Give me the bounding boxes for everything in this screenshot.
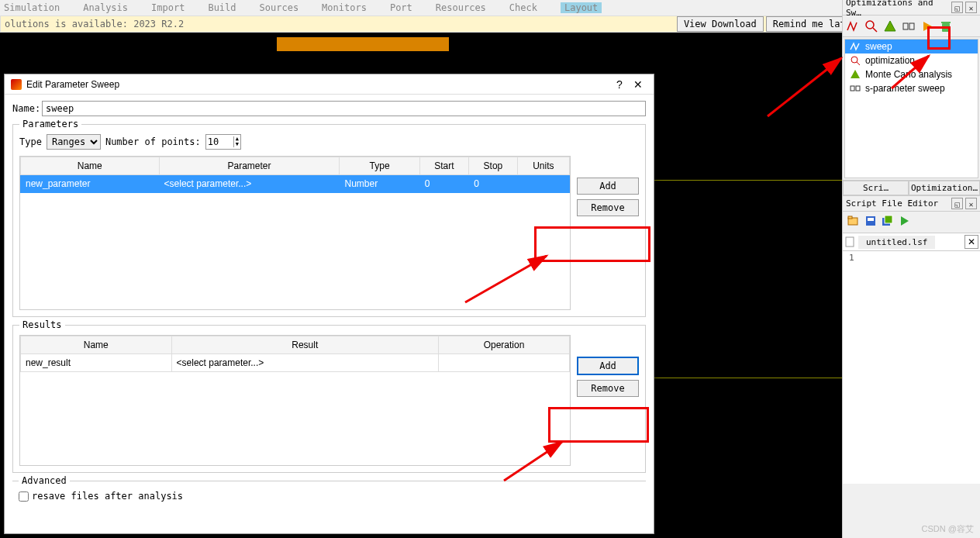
- menu-analysis[interactable]: Analysis: [83, 2, 128, 13]
- app-logo-icon: [11, 79, 22, 90]
- type-label: Type: [19, 136, 42, 147]
- open-icon[interactable]: [847, 215, 860, 229]
- run-icon[interactable]: [920, 19, 934, 33]
- col-start[interactable]: Start: [419, 157, 469, 175]
- close-file-icon[interactable]: ✕: [964, 235, 978, 249]
- script-editor[interactable]: 1: [843, 251, 980, 484]
- menu-port[interactable]: Port: [390, 2, 412, 13]
- close-icon[interactable]: ✕: [965, 198, 977, 209]
- optimization-icon[interactable]: [864, 19, 878, 33]
- cell-units[interactable]: [517, 175, 569, 193]
- cell-start[interactable]: 0: [419, 175, 469, 193]
- name-label: Name:: [12, 103, 42, 114]
- menu-build[interactable]: Build: [208, 2, 236, 13]
- npoints-input[interactable]: [206, 135, 233, 149]
- cell-stop[interactable]: 0: [469, 175, 517, 193]
- col-result[interactable]: Result: [171, 336, 438, 354]
- view-download-button[interactable]: View Download: [677, 16, 764, 32]
- spin-down-icon[interactable]: ▼: [233, 142, 240, 147]
- dialog-title: Edit Parameter Sweep: [26, 79, 610, 90]
- svg-rect-12: [856, 86, 860, 91]
- sparam-icon[interactable]: [902, 19, 916, 33]
- delete-icon[interactable]: [939, 19, 953, 33]
- col-rname[interactable]: Name: [21, 336, 172, 354]
- table-row[interactable]: new_result <select parameter...>: [21, 354, 570, 372]
- menu-import[interactable]: Import: [151, 2, 185, 13]
- svg-rect-18: [885, 216, 892, 223]
- tree-item-sparameter[interactable]: s-parameter sweep: [845, 81, 978, 95]
- parameters-legend: Parameters: [19, 119, 81, 129]
- line-number: 1: [849, 253, 854, 263]
- svg-rect-3: [903, 23, 908, 29]
- table-row[interactable]: new_parameter <select parameter...> Numb…: [21, 175, 570, 193]
- run-icon[interactable]: [899, 215, 911, 229]
- menu-simulation[interactable]: Simulation: [4, 2, 60, 13]
- results-section: Results Name Result Operation new_result…: [12, 325, 646, 473]
- svg-rect-7: [941, 22, 951, 23]
- menu-check[interactable]: Check: [509, 2, 537, 13]
- save-icon[interactable]: [864, 215, 877, 229]
- sweep-icon[interactable]: [846, 19, 860, 33]
- script-toolbar: [843, 212, 980, 233]
- edit-parameter-sweep-dialog: Edit Parameter Sweep ? ✕ Name: Parameter…: [4, 74, 654, 534]
- svg-rect-20: [846, 237, 854, 247]
- tab-optimization[interactable]: Optimization…: [909, 181, 980, 195]
- menu-sources[interactable]: Sources: [260, 2, 299, 13]
- cell-type[interactable]: Number: [340, 175, 419, 193]
- table-scroll[interactable]: [20, 372, 570, 465]
- tree-item-montecarlo[interactable]: Monte Carlo analysis: [845, 67, 978, 81]
- menu-resources[interactable]: Resources: [436, 2, 486, 13]
- svg-marker-10: [851, 70, 860, 78]
- col-operation[interactable]: Operation: [438, 336, 569, 354]
- svg-line-9: [857, 62, 860, 65]
- col-type[interactable]: Type: [340, 157, 419, 175]
- type-select[interactable]: Ranges: [47, 134, 101, 150]
- top-menu: Simulation Analysis Import Build Sources…: [0, 0, 980, 16]
- cell-rname[interactable]: new_result: [21, 354, 172, 372]
- parameters-section: Parameters Type Ranges Number of points:…: [12, 124, 646, 317]
- add-result-button[interactable]: Add: [577, 357, 639, 375]
- resave-checkbox-row[interactable]: resave files after analysis: [19, 488, 640, 505]
- svg-rect-11: [851, 86, 854, 91]
- close-dialog-icon[interactable]: ✕: [629, 78, 647, 91]
- opt-toolbar: [843, 16, 980, 37]
- opt-tree: sweep optimization Monte Carlo analysis …: [844, 39, 978, 178]
- cell-parameter[interactable]: <select parameter...>: [159, 175, 340, 193]
- col-units[interactable]: Units: [517, 157, 569, 175]
- col-name[interactable]: Name: [21, 157, 160, 175]
- menu-monitors[interactable]: Monitors: [322, 2, 367, 13]
- tab-script[interactable]: Scri…: [843, 181, 909, 195]
- npoints-spinner[interactable]: ▲▼: [205, 134, 241, 150]
- remove-parameter-button[interactable]: Remove: [577, 199, 639, 216]
- dialog-titlebar: Edit Parameter Sweep ? ✕: [5, 74, 654, 95]
- canvas-toolbar: ◱ ✕: [0, 33, 980, 50]
- script-file-tab: untitled.lsf ✕: [843, 233, 980, 251]
- svg-marker-2: [885, 21, 895, 31]
- montecarlo-icon[interactable]: [883, 19, 897, 33]
- table-scroll[interactable]: [20, 193, 570, 309]
- col-stop[interactable]: Stop: [469, 157, 517, 175]
- cell-operation[interactable]: [438, 354, 569, 372]
- tree-item-sweep[interactable]: sweep: [845, 40, 978, 53]
- update-text: olutions is available: 2023 R2.2: [5, 19, 675, 29]
- resave-checkbox[interactable]: [19, 491, 29, 502]
- menu-layout[interactable]: Layout: [561, 2, 602, 13]
- advanced-legend: Advanced: [19, 475, 70, 486]
- script-filename[interactable]: untitled.lsf: [858, 236, 935, 249]
- cell-name[interactable]: new_parameter: [21, 175, 160, 193]
- svg-line-1: [873, 28, 877, 32]
- dock-icon[interactable]: ◱: [951, 2, 963, 13]
- cell-result[interactable]: <select parameter...>: [171, 354, 438, 372]
- add-parameter-button[interactable]: Add: [577, 178, 639, 195]
- remove-result-button[interactable]: Remove: [577, 380, 639, 397]
- close-icon[interactable]: ✕: [965, 2, 977, 13]
- tree-item-optimization[interactable]: optimization: [845, 53, 978, 67]
- saveall-icon[interactable]: [882, 215, 894, 229]
- dock-icon[interactable]: ◱: [951, 198, 963, 209]
- help-icon[interactable]: ?: [610, 78, 629, 91]
- col-parameter[interactable]: Parameter: [159, 157, 340, 175]
- opt-panel-header: Optimizations and Sw… ◱ ✕: [843, 0, 980, 16]
- svg-rect-4: [909, 23, 914, 29]
- name-input[interactable]: [42, 101, 646, 116]
- parameters-table: Name Parameter Type Start Stop Units new…: [19, 156, 571, 310]
